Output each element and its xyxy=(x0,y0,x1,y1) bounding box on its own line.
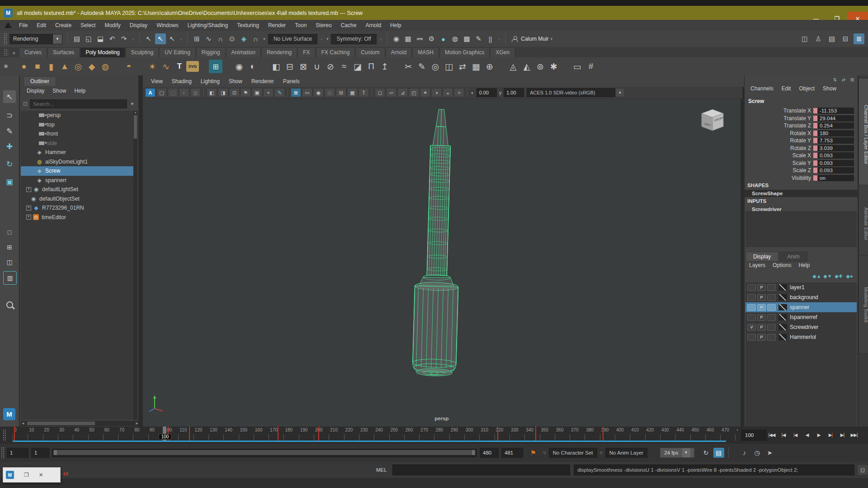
command-language-switch[interactable]: MEL xyxy=(376,467,392,473)
current-frame-field[interactable]: 100 xyxy=(741,430,766,441)
channel-value-field[interactable]: on xyxy=(818,175,854,181)
knife-brush-icon[interactable]: ▭ xyxy=(571,60,584,73)
layer-playback-toggle[interactable]: P xyxy=(757,334,766,341)
playback-start-field[interactable]: 1 xyxy=(31,448,49,458)
gate-mask-icon[interactable]: ◎ xyxy=(325,88,335,97)
outliner-item-front[interactable]: front xyxy=(21,129,137,139)
pause-viewport-icon[interactable]: || xyxy=(485,33,496,44)
shelf-tab-uv-editing[interactable]: UV Editing xyxy=(159,47,196,57)
grid-toggle-icon[interactable]: ⊞ xyxy=(291,88,301,97)
colorspace-dropdown[interactable]: ACES 1.0 SDR-video (sRGB) xyxy=(527,88,615,97)
layer-playback-toggle[interactable]: P xyxy=(757,324,766,331)
menu-file[interactable]: File xyxy=(14,22,32,28)
restore-icon[interactable]: ❐ xyxy=(24,472,29,478)
menu-toon[interactable]: Toon xyxy=(290,22,311,28)
layout-persp-outliner[interactable]: ◫ xyxy=(3,256,16,268)
layer-display-type-toggle[interactable] xyxy=(767,334,776,341)
anim-layer-dropdown[interactable]: No Anim Layer xyxy=(605,448,647,458)
outliner-menu-show[interactable]: Show xyxy=(48,88,70,94)
layer-row-screwdriver[interactable]: VPScrewdriver xyxy=(745,322,857,332)
menu-arnold[interactable]: Arnold xyxy=(361,22,386,28)
outliner-menu-display[interactable]: Display xyxy=(23,88,48,94)
shelf-tab-fx[interactable]: FX xyxy=(297,47,315,57)
keyed-indicator[interactable] xyxy=(813,116,817,121)
channel-value-field[interactable]: 0.093 xyxy=(818,167,854,174)
layer-menu-options[interactable]: Options xyxy=(769,262,795,268)
range-slider-bar[interactable] xyxy=(52,449,477,457)
layer-display-type-toggle[interactable] xyxy=(767,324,776,331)
layer-visibility-toggle[interactable] xyxy=(747,334,756,341)
select-tool[interactable]: ↖ xyxy=(3,90,16,103)
paint-select-tool[interactable]: ✎ xyxy=(3,125,16,137)
layout-four-pane[interactable]: ⊞ xyxy=(3,241,16,253)
target-weld-icon[interactable]: ◎ xyxy=(429,60,442,73)
menu-render[interactable]: Render xyxy=(264,22,290,28)
make-live-icon[interactable]: ◈ xyxy=(238,33,249,44)
channel-value-field[interactable]: 0.254 xyxy=(818,122,854,129)
bevel-icon[interactable]: ◪ xyxy=(351,60,364,73)
shelf-tab-poly-modeling[interactable]: Poly Modeling xyxy=(80,47,125,57)
separate-icon[interactable]: ⊘ xyxy=(324,60,337,73)
shelf-tab-custom[interactable]: Custom xyxy=(355,47,385,57)
step-back-frame-button[interactable]: |◀ xyxy=(778,429,789,441)
multi-cut-icon[interactable]: ✂ xyxy=(401,60,415,73)
zoom-tool[interactable] xyxy=(3,298,16,311)
film-gate-icon[interactable]: ▭ xyxy=(302,88,312,97)
ipr-render-icon[interactable]: IPR xyxy=(415,33,425,44)
move-layer-up-icon[interactable]: ◆▲ xyxy=(812,272,821,280)
collapse-chevron-icon[interactable]: › xyxy=(321,36,322,42)
sphere-project-icon[interactable]: ◉ xyxy=(232,60,246,73)
selection-box-dim-icon[interactable]: ▢ xyxy=(168,88,178,97)
menu-windows[interactable]: Windows xyxy=(152,22,183,28)
camera-attributes-icon[interactable]: ⊡ xyxy=(229,88,240,97)
rotate-tool[interactable]: ↻ xyxy=(3,158,16,170)
poly-cylinder-icon[interactable]: ▮ xyxy=(44,60,58,73)
flatten-brush-icon[interactable]: # xyxy=(584,60,598,73)
timeline-track[interactable]: 0102030405060708090100110120130140150160… xyxy=(11,427,738,444)
append-polygon-icon[interactable]: ⊕ xyxy=(483,60,496,73)
save-scene-icon[interactable]: ⬓ xyxy=(95,33,106,44)
hypershade-render-icon[interactable]: ◍ xyxy=(450,33,461,44)
snap-curve-icon[interactable]: ∿ xyxy=(203,33,214,44)
outliner-item-aiskydomelight1[interactable]: ◍aiSkyDomeLight1 xyxy=(21,157,137,167)
menu-select[interactable]: Select xyxy=(76,22,100,28)
go-to-start-button[interactable]: |◀◀ xyxy=(766,429,778,441)
time-slider[interactable]: 0102030405060708090100110120130140150160… xyxy=(0,427,868,444)
expand-icon[interactable]: ⊞ xyxy=(849,76,856,83)
poly-plane-icon[interactable]: ◆ xyxy=(85,60,99,73)
layer-playback-toggle[interactable]: P xyxy=(757,304,766,311)
layer-tab-anim[interactable]: Anim xyxy=(779,252,807,262)
character-set-dropdown[interactable]: No Character Set xyxy=(549,448,597,458)
poly-torus-icon[interactable]: ◎ xyxy=(71,60,85,73)
layout-custom[interactable]: ▥ xyxy=(3,271,17,285)
outliner-item-timeeditor[interactable]: +◷timeEditor xyxy=(21,213,137,222)
channel-value-field[interactable]: 3.039 xyxy=(818,145,854,151)
channel-value-field[interactable]: 29.044 xyxy=(818,115,854,122)
grease-pencil-icon[interactable]: ✎ xyxy=(274,88,285,97)
layer-color-swatch[interactable] xyxy=(778,304,787,310)
pin-icon[interactable]: ⇅ xyxy=(831,76,839,83)
layer-color-swatch[interactable] xyxy=(778,294,787,300)
shelf-tab-arnold[interactable]: Arnold xyxy=(386,47,412,57)
channel-value-field[interactable]: 0.093 xyxy=(818,160,854,166)
menu-create[interactable]: Create xyxy=(51,22,76,28)
humanik-toggle-icon[interactable]: ♙ xyxy=(813,33,824,44)
xray-joints-icon[interactable]: ⊿ xyxy=(397,88,408,97)
new-scene-icon[interactable]: ▤ xyxy=(71,33,82,44)
command-input[interactable] xyxy=(392,465,571,475)
scroll-up-icon[interactable]: ▲ xyxy=(133,111,137,114)
layer-display-type-toggle[interactable] xyxy=(767,304,776,311)
shelf-tab-curves[interactable]: Curves xyxy=(19,47,47,57)
range-slider-inner[interactable] xyxy=(53,450,475,455)
outliner-vscrollbar[interactable]: ▲ xyxy=(133,111,137,420)
poly-cone-icon[interactable]: ▲ xyxy=(58,60,71,73)
new-empty-layer-icon[interactable]: ◆✚ xyxy=(834,272,843,280)
transfer-attributes-icon[interactable]: ⇄ xyxy=(456,60,469,73)
snap-grid-icon[interactable]: ⊞ xyxy=(191,33,202,44)
swap-icon[interactable]: ⇄ xyxy=(840,76,847,83)
channel-value-field[interactable]: 180 xyxy=(818,130,854,136)
menu-lighting-shading[interactable]: Lighting/Shading xyxy=(183,22,232,28)
shelf-tab-motion-graphics[interactable]: Motion Graphics xyxy=(439,47,490,57)
select-hierarchy-icon[interactable]: ↖ xyxy=(143,33,154,44)
chevron-down-icon[interactable]: ▾ xyxy=(326,37,329,41)
